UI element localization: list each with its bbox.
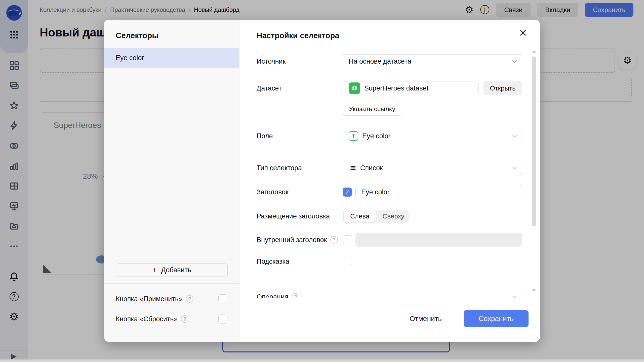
help-icon[interactable]: ? [186, 295, 193, 303]
operation-select[interactable] [343, 290, 522, 298]
dataset-label: Датасет [257, 84, 343, 92]
placement-option-top[interactable]: Сверху [376, 210, 411, 222]
inner-title-checkbox[interactable] [343, 235, 352, 244]
title-input[interactable] [355, 185, 522, 199]
settings-form: Источник На основе датасета Датасет Supe… [239, 47, 540, 298]
source-value: На основе датасета [349, 58, 411, 65]
selector-type-value: Список [360, 164, 383, 172]
form-divider [257, 279, 522, 279]
title-checkbox[interactable]: ✓ [343, 188, 352, 197]
help-icon[interactable]: ? [292, 293, 299, 298]
operation-text: Операция [257, 293, 288, 298]
reset-button-label: Кнопка «Сбросить» [116, 315, 177, 323]
dataset-icon [349, 82, 360, 94]
source-select[interactable]: На основе датасета [343, 54, 522, 68]
panel-divider [104, 283, 239, 284]
hint-label: Подсказка [257, 258, 343, 265]
operation-row: Операция ? [257, 290, 522, 298]
open-dataset-button[interactable]: Открыть [484, 81, 522, 95]
help-icon[interactable]: ? [181, 315, 188, 323]
string-field-icon: T [349, 131, 358, 141]
list-icon [349, 164, 356, 172]
selector-type-label: Тип селектора [257, 164, 343, 172]
hint-row: Подсказка [257, 257, 522, 266]
title-label: Заголовок [257, 188, 343, 196]
field-label: Поле [257, 132, 343, 140]
plus-icon: + [152, 265, 157, 275]
apply-button-row: Кнопка «Применить» ? [116, 294, 227, 304]
operation-label: Операция ? [257, 293, 343, 298]
check-icon: ✓ [345, 189, 350, 196]
dataset-value: SuperHeroes dataset [364, 84, 428, 92]
settings-panel: Настройки селектора × Источник На основе… [239, 20, 540, 342]
hint-checkbox[interactable] [343, 257, 352, 266]
placement-option-left[interactable]: Слева [344, 210, 376, 222]
close-icon[interactable]: × [519, 26, 527, 39]
scrollbar-down-arrow[interactable] [532, 289, 536, 292]
selector-type-select[interactable]: Список [343, 161, 522, 175]
dataset-row: Датасет SuperHeroes dataset Открыть [257, 81, 522, 95]
inner-title-label: Внутренний заголовок ? [257, 236, 343, 244]
reset-button-row: Кнопка «Сбросить» ? [116, 314, 227, 324]
reset-button-checkbox[interactable] [218, 314, 227, 324]
specify-link-button[interactable]: Указать ссылку [343, 102, 401, 116]
apply-button-checkbox[interactable] [218, 294, 227, 303]
field-select[interactable]: T Eye color [343, 129, 522, 143]
bottom-edge [0, 359, 644, 362]
inner-title-input-disabled [355, 233, 522, 247]
inner-title-row: Внутренний заголовок ? [257, 233, 522, 247]
inner-title-text: Внутренний заголовок [257, 236, 327, 244]
selectors-panel-title: Селекторы [116, 31, 159, 40]
dataset-select[interactable]: SuperHeroes dataset [343, 81, 479, 95]
chevron-down-icon [512, 58, 517, 63]
chevron-down-icon [512, 133, 517, 137]
help-icon[interactable]: ? [330, 236, 338, 244]
add-selector-label: Добавить [161, 266, 191, 274]
source-row: Источник На основе датасета [257, 54, 522, 68]
field-row: Поле T Eye color [257, 129, 522, 143]
title-placement-segmented: Слева Сверху [343, 210, 409, 223]
dialog-footer: Отменить Сохранить [239, 298, 540, 342]
source-label: Источник [257, 58, 343, 65]
apply-button-label: Кнопка «Применить» [116, 295, 182, 303]
selector-list-item[interactable]: Eye color [104, 48, 239, 68]
cancel-button[interactable]: Отменить [406, 310, 446, 327]
title-placement-row: Размещение заголовка Слева Сверху [257, 210, 522, 223]
title-placement-label: Размещение заголовка [257, 212, 343, 220]
save-button[interactable]: Сохранить [464, 310, 529, 327]
form-divider [257, 154, 522, 154]
selector-type-row: Тип селектора Список [257, 161, 522, 175]
selectors-panel: Селекторы Eye color + Добавить Кнопка «П… [104, 20, 239, 342]
chevron-down-icon [512, 165, 517, 169]
field-value: Eye color [362, 132, 391, 140]
title-row: Заголовок ✓ [257, 185, 522, 199]
scrollbar-up-arrow[interactable] [532, 50, 536, 53]
settings-panel-title: Настройки селектора [257, 31, 339, 40]
scrollbar-thumb[interactable] [532, 57, 536, 226]
selector-settings-dialog: Селекторы Eye color + Добавить Кнопка «П… [104, 20, 540, 342]
chevron-down-icon [512, 294, 517, 298]
add-selector-button[interactable]: + Добавить [116, 263, 228, 277]
